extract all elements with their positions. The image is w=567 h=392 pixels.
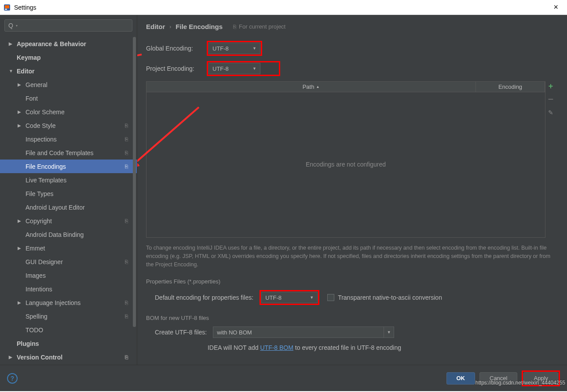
global-encoding-select[interactable]: UTF-8 ▼ — [209, 43, 260, 54]
tree-item-inspections[interactable]: Inspections⎘ — [0, 132, 137, 146]
tree-item-language-injections[interactable]: ▶Language Injections⎘ — [0, 296, 137, 309]
tree-arrow-icon: ▼ — [9, 69, 14, 73]
bom-hint: IDEA will NOT add UTF-8 BOM to every cre… — [155, 344, 454, 351]
breadcrumb-file-encodings: File Encodings — [176, 23, 223, 30]
project-scope-icon: ⎘ — [125, 354, 128, 360]
add-button[interactable]: + — [545, 81, 556, 91]
tree-arrow-icon: ▶ — [9, 41, 14, 46]
ok-button[interactable]: OK — [446, 372, 476, 385]
breadcrumb-editor[interactable]: Editor — [146, 23, 165, 30]
remove-button[interactable]: − — [545, 94, 556, 104]
tree-item-live-templates[interactable]: Live Templates — [0, 173, 137, 187]
tree-item-code-style[interactable]: ▶Code Style⎘ — [0, 119, 137, 132]
tree-item-todo[interactable]: TODO — [0, 323, 137, 337]
svg-rect-1 — [5, 5, 9, 8]
tree-item-images[interactable]: Images — [0, 269, 137, 282]
annotation-box-global: UTF-8 ▼ — [207, 41, 262, 56]
tree-item-label: Keymap — [17, 54, 40, 61]
tree-item-android-data-binding[interactable]: Android Data Binding — [0, 228, 137, 241]
column-path[interactable]: Path▲ — [146, 82, 476, 92]
tree-item-label: File Encodings — [26, 163, 66, 170]
help-text: To change encoding IntelliJ IDEA uses fo… — [146, 244, 555, 269]
global-encoding-label: Global Encoding: — [146, 45, 202, 52]
tree-item-label: Version Control — [17, 354, 62, 361]
tree-item-plugins[interactable]: Plugins — [0, 337, 137, 350]
copy-icon: ⎘ — [233, 24, 236, 30]
tree-item-label: Color Scheme — [26, 109, 65, 116]
encoding-table: Path▲ Encoding Encodings are not configu… — [146, 81, 545, 238]
tree-item-label: Android Data Binding — [26, 231, 84, 238]
tree-arrow-icon: ▶ — [18, 123, 23, 128]
tree-item-label: Editor — [17, 68, 34, 75]
utf8-bom-link[interactable]: UTF-8 BOM — [260, 344, 293, 351]
project-encoding-select[interactable]: UTF-8 ▼ — [209, 63, 260, 74]
transparent-ascii-label: Transparent native-to-ascii conversion — [338, 294, 442, 301]
chevron-down-icon: ▼ — [302, 295, 314, 300]
search-box[interactable]: Q ▾ — [4, 19, 132, 32]
watermark: https://blog.csdn.net/weixin_44404255 — [476, 380, 565, 386]
scrollbar-thumb[interactable] — [133, 37, 136, 327]
app-icon — [4, 4, 11, 11]
tree-item-file-encodings[interactable]: File Encodings⎘ — [0, 160, 137, 173]
help-button[interactable]: ? — [7, 373, 18, 384]
column-encoding[interactable]: Encoding — [476, 82, 545, 92]
tree-item-file-and-code-templates[interactable]: File and Code Templates⎘ — [0, 146, 137, 160]
create-utf8-select[interactable]: with NO BOM — [213, 327, 384, 338]
tree-item-spelling[interactable]: Spelling⎘ — [0, 309, 137, 323]
tree-item-label: Emmet — [26, 245, 45, 252]
search-input[interactable] — [18, 22, 128, 29]
close-icon[interactable]: × — [549, 3, 563, 12]
tree-arrow-icon: ▶ — [18, 82, 23, 87]
sort-asc-icon: ▲ — [316, 85, 319, 89]
default-props-encoding-select[interactable]: UTF-8 ▼ — [261, 292, 318, 303]
tree-item-label: Copyright — [26, 218, 52, 225]
svg-rect-2 — [5, 9, 7, 10]
tree-item-copyright[interactable]: ▶Copyright⎘ — [0, 214, 137, 228]
tree-item-label: Live Templates — [26, 177, 66, 184]
tree-item-editor[interactable]: ▼Editor — [0, 64, 137, 78]
table-empty-text: Encodings are not configured — [146, 92, 545, 236]
tree-item-gui-designer[interactable]: GUI Designer⎘ — [0, 255, 137, 269]
tree-item-keymap[interactable]: Keymap — [0, 51, 137, 64]
tree-item-intentions[interactable]: Intentions — [0, 282, 137, 296]
tree-item-color-scheme[interactable]: ▶Color Scheme — [0, 105, 137, 119]
global-encoding-value: UTF-8 — [212, 45, 229, 52]
tree-item-label: Spelling — [26, 313, 48, 320]
tree-item-label: Language Injections — [26, 299, 80, 306]
tree-item-label: Inspections — [26, 136, 57, 143]
default-props-encoding-value: UTF-8 — [265, 294, 282, 301]
tree-item-label: Intentions — [26, 286, 52, 293]
breadcrumb-separator: › — [169, 24, 171, 30]
project-scope-icon: ⎘ — [125, 123, 128, 129]
tree-item-font[interactable]: Font — [0, 91, 137, 105]
titlebar: Settings × — [0, 0, 567, 15]
tree-arrow-icon: ▶ — [18, 300, 23, 305]
settings-tree: ▶Appearance & BehaviorKeymap▼Editor▶Gene… — [0, 36, 137, 365]
table-header: Path▲ Encoding — [146, 82, 545, 92]
default-props-encoding-label: Default encoding for properties files: — [155, 294, 253, 301]
tree-item-appearance-behavior[interactable]: ▶Appearance & Behavior — [0, 37, 137, 51]
transparent-ascii-checkbox[interactable] — [327, 294, 334, 301]
annotation-box-props: UTF-8 ▼ — [260, 290, 319, 305]
content-panel: Editor › File Encodings ⎘ For current pr… — [137, 15, 567, 365]
project-scope-icon: ⎘ — [125, 136, 128, 142]
tree-item-version-control[interactable]: ▶Version Control⎘ — [0, 350, 137, 364]
edit-button[interactable]: ✎ — [545, 108, 556, 117]
tree-arrow-icon: ▶ — [18, 246, 23, 250]
search-icon: Q — [8, 22, 13, 29]
project-scope-icon: ⎘ — [125, 300, 128, 306]
create-utf8-dropdown-button[interactable]: ▼ — [384, 327, 394, 338]
tree-item-emmet[interactable]: ▶Emmet — [0, 241, 137, 255]
table-side-buttons: + − ✎ — [545, 81, 557, 117]
tree-item-file-types[interactable]: File Types — [0, 187, 137, 200]
tree-arrow-icon: ▶ — [18, 109, 23, 114]
project-encoding-label: Project Encoding: — [146, 65, 202, 72]
tree-item-general[interactable]: ▶General — [0, 78, 137, 91]
chevron-down-icon: ▼ — [245, 46, 256, 51]
svg-line-4 — [137, 54, 142, 74]
tree-item-label: Code Style — [26, 122, 55, 129]
scope-badge: ⎘ For current project — [233, 23, 285, 30]
scope-badge-label: For current project — [239, 23, 285, 30]
create-utf8-label: Create UTF-8 files: — [155, 329, 207, 336]
tree-item-android-layout-editor[interactable]: Android Layout Editor — [0, 200, 137, 214]
